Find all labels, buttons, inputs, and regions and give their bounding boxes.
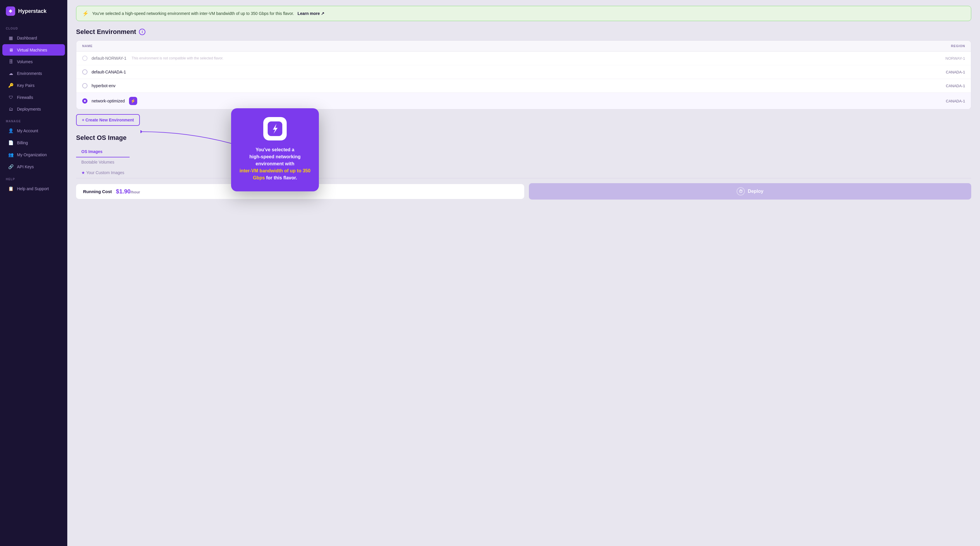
radio-2[interactable]: [82, 69, 88, 75]
sidebar-icon-my-account: 👤: [8, 128, 13, 134]
sidebar-label-my-organization: My Organization: [17, 153, 47, 157]
sidebar-item-key-pairs[interactable]: 🔑 Key Pairs: [2, 80, 65, 91]
app-logo[interactable]: Hyperstack: [0, 0, 67, 22]
os-tabs: OS ImagesBootable Volumes★ Your Custom I…: [76, 146, 971, 178]
sidebar-label-billing: Billing: [17, 140, 28, 145]
sidebar: Hyperstack CLOUD ▦ Dashboard 🖥 Virtual M…: [0, 0, 67, 546]
select-os-section: Select OS Image OS ImagesBootable Volume…: [67, 126, 980, 178]
env-region-1: NORWAY-1: [945, 56, 965, 60]
sidebar-icon-api-keys: 🔗: [8, 164, 13, 169]
sidebar-icon-environments: ☁: [8, 71, 13, 76]
env-region-4: CANADA-1: [946, 99, 965, 103]
sidebar-label-api-keys: API Keys: [17, 164, 34, 169]
sidebar-item-my-organization[interactable]: 👥 My Organization: [2, 149, 65, 161]
sidebar-item-help-support[interactable]: 📋 Help and Support: [2, 183, 65, 194]
sidebar-item-dashboard[interactable]: ▦ Dashboard: [2, 32, 65, 44]
env-note-1: This environment is not compatible with …: [132, 56, 223, 60]
sidebar-item-virtual-machines[interactable]: 🖥 Virtual Machines: [2, 44, 65, 56]
sidebar-icon-virtual-machines: 🖥: [8, 48, 13, 53]
table-row[interactable]: default-CANADA-1CANADA-1: [76, 65, 971, 79]
sidebar-label-firewalls: Firewalls: [17, 95, 33, 100]
alert-icon: ⚡: [82, 10, 89, 17]
sidebar-item-deployments[interactable]: 🗂 Deployments: [2, 103, 65, 115]
cost-label: Running Cost: [83, 189, 112, 194]
tooltip-icon-wrapper: [263, 117, 287, 140]
table-header: NAME REGION: [76, 41, 971, 51]
env-badge-4: ⚡: [129, 97, 137, 105]
deploy-icon: ⏱: [737, 187, 745, 196]
sidebar-label-my-account: My Account: [17, 129, 38, 133]
sidebar-icon-deployments: 🗂: [8, 107, 13, 111]
select-environment-section: Select Environment i NAME REGION default…: [67, 21, 980, 126]
section-title-os: Select OS Image: [76, 134, 971, 142]
sidebar-icon-key-pairs: 🔑: [8, 83, 13, 88]
radio-4[interactable]: [82, 98, 88, 103]
alert-text: You've selected a high-speed networking …: [92, 11, 294, 16]
sidebar-label-volumes: Volumes: [17, 59, 33, 64]
sidebar-label-environments: Environments: [17, 71, 42, 76]
app-name: Hyperstack: [18, 8, 46, 14]
sidebar-section-cloud: CLOUD: [0, 22, 67, 32]
deploy-button[interactable]: ⏱ Deploy: [529, 183, 971, 199]
sidebar-label-key-pairs: Key Pairs: [17, 83, 35, 88]
env-name-1: default-NORWAY-1: [92, 56, 126, 60]
col-name: NAME: [82, 44, 93, 48]
radio-1[interactable]: [82, 56, 88, 61]
sidebar-icon-help-support: 📋: [8, 186, 13, 191]
tooltip-text: You've selected a high-speed networking …: [238, 146, 312, 181]
cost-unit: /hour: [130, 190, 140, 194]
env-name-2: default-CANADA-1: [92, 70, 126, 74]
sidebar-item-environments[interactable]: ☁ Environments: [2, 68, 65, 79]
tab-os-images[interactable]: OS Images: [76, 146, 130, 158]
sidebar-item-my-account[interactable]: 👤 My Account: [2, 125, 65, 137]
sidebar-item-api-keys[interactable]: 🔗 API Keys: [2, 161, 65, 173]
table-row[interactable]: network-optimized⚡CANADA-1: [76, 93, 971, 109]
sidebar-icon-dashboard: ▦: [8, 35, 13, 41]
table-row[interactable]: hyperbot-envCANADA-1: [76, 79, 971, 93]
env-name-3: hyperbot-env: [92, 83, 116, 88]
sidebar-item-volumes[interactable]: 🗄 Volumes: [2, 56, 65, 67]
main-content: ⚡ You've selected a high-speed networkin…: [67, 0, 980, 546]
create-environment-button[interactable]: + Create New Environment: [76, 114, 140, 126]
col-region: REGION: [951, 44, 965, 48]
sidebar-icon-my-organization: 👥: [8, 152, 13, 158]
sidebar-icon-volumes: 🗄: [8, 59, 13, 64]
env-region-3: CANADA-1: [946, 84, 965, 88]
tooltip-popup: You've selected a high-speed networking …: [231, 108, 319, 191]
section-title-environment: Select Environment i: [76, 28, 971, 36]
env-name-4: network-optimized: [92, 99, 125, 103]
sidebar-label-help-support: Help and Support: [17, 186, 49, 191]
sidebar-item-billing[interactable]: 📄 Billing: [2, 137, 65, 149]
tab-bootable-volumes[interactable]: Bootable Volumes: [76, 157, 130, 168]
sidebar-label-dashboard: Dashboard: [17, 36, 37, 40]
tab-custom-images[interactable]: ★ Your Custom Images: [76, 167, 130, 178]
sidebar-section-manage: MANAGE: [0, 115, 67, 125]
environment-info-icon[interactable]: i: [139, 29, 145, 35]
radio-3[interactable]: [82, 83, 88, 88]
sidebar-icon-billing: 📄: [8, 140, 13, 145]
cost-value: $1.90/hour: [116, 188, 140, 195]
env-region-2: CANADA-1: [946, 70, 965, 74]
environment-table: NAME REGION default-NORWAY-1This environ…: [76, 40, 971, 110]
logo-icon: [6, 6, 15, 16]
sidebar-icon-firewalls: 🛡: [8, 95, 13, 100]
sidebar-label-deployments: Deployments: [17, 107, 41, 111]
alert-banner: ⚡ You've selected a high-speed networkin…: [76, 6, 971, 21]
tab-star-icon: ★: [81, 170, 85, 175]
sidebar-item-firewalls[interactable]: 🛡 Firewalls: [2, 92, 65, 103]
sidebar-section-help: HELP: [0, 173, 67, 183]
table-row[interactable]: default-NORWAY-1This environment is not …: [76, 51, 971, 65]
sidebar-label-virtual-machines: Virtual Machines: [17, 48, 47, 53]
bottom-bar: Running Cost $1.90/hour ⏱ Deploy: [67, 178, 980, 204]
alert-link[interactable]: Learn more ↗: [298, 11, 325, 16]
tooltip-lightning-icon: [268, 121, 282, 136]
